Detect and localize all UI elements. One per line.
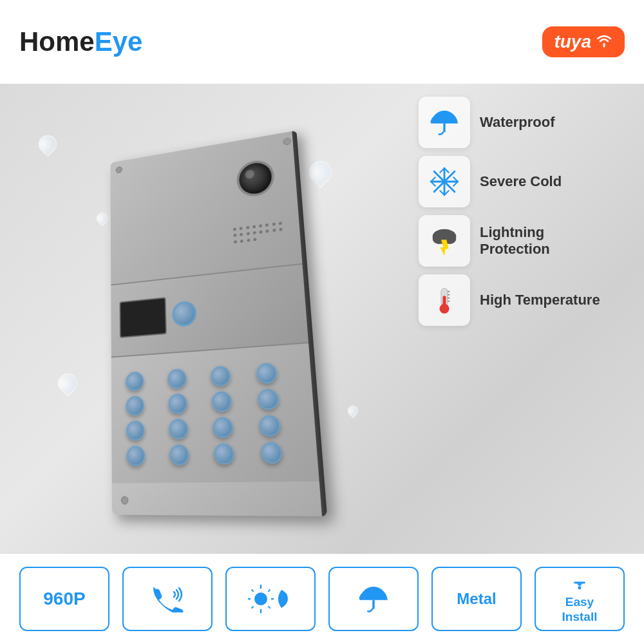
water-drop-6 [346, 404, 361, 419]
install-icon [568, 573, 591, 592]
speaker-hole [246, 226, 249, 229]
badge-960p: 960P [19, 567, 109, 631]
water-drop-2 [94, 210, 110, 226]
device-keypad-section [111, 343, 325, 484]
speaker-hole [259, 224, 262, 227]
speaker-hole [233, 227, 236, 231]
water-drop-3 [305, 156, 336, 188]
lightning-label: Lightning Protection [480, 224, 550, 258]
camera-lens-main [236, 158, 275, 198]
screw-bl [121, 496, 128, 504]
key-11 [213, 417, 233, 438]
features-panel: Waterproof [419, 97, 631, 326]
feature-lightning: Lightning Protection [419, 215, 631, 267]
phone-icon [151, 585, 184, 612]
high-temp-label: High Temperature [480, 292, 600, 308]
speaker-hole [253, 238, 256, 241]
severe-cold-label: Severe Cold [480, 173, 562, 190]
key-12 [259, 415, 281, 437]
speaker-hole [272, 229, 276, 232]
badge-metal: Metal [431, 567, 522, 631]
speaker-hole [247, 238, 250, 242]
key-2 [167, 368, 187, 389]
tuya-logo: tuya [542, 26, 625, 57]
badge-easy-install: Easy Install [535, 567, 625, 631]
main-content: Waterproof [0, 84, 644, 554]
svg-point-28 [254, 592, 267, 605]
tuya-label: tuya [554, 32, 591, 52]
umbrella-badge-icon [357, 582, 390, 616]
high-temp-icon-box [419, 274, 470, 326]
speaker-hole [278, 222, 281, 225]
svg-line-35 [269, 590, 270, 591]
key-1 [126, 371, 144, 391]
key-4 [256, 363, 277, 384]
snowflake-icon [428, 166, 460, 198]
badge-day-night [225, 567, 316, 631]
speaker-hole [246, 232, 249, 236]
waterproof-label: Waterproof [480, 114, 555, 131]
badge-960p-label: 960P [43, 588, 85, 610]
speaker-grill [233, 222, 286, 258]
severe-cold-icon-box [419, 156, 470, 207]
badge-metal-label: Metal [457, 590, 496, 609]
speaker-hole [234, 240, 237, 243]
sun-moon-icon [248, 585, 293, 614]
intercom-device [110, 131, 327, 516]
feature-waterproof: Waterproof [419, 97, 631, 148]
speaker-hole [272, 222, 275, 225]
svg-point-16 [442, 180, 447, 184]
speaker-hole [259, 231, 262, 234]
key-14 [169, 444, 189, 466]
speaker-hole [252, 231, 256, 234]
svg-rect-41 [574, 582, 585, 583]
lightning-icon [428, 225, 460, 257]
umbrella-icon [428, 106, 460, 138]
speaker-hole [252, 225, 256, 228]
brand-prefix: Home [19, 26, 95, 57]
key-16 [260, 442, 282, 464]
key-10 [169, 419, 188, 439]
key-8 [257, 388, 279, 410]
badge-call [122, 567, 213, 631]
svg-marker-42 [577, 583, 583, 586]
svg-line-33 [252, 590, 253, 591]
svg-point-27 [440, 304, 450, 314]
svg-line-34 [269, 607, 270, 608]
screw-tr [283, 137, 291, 146]
speaker-hole [266, 230, 269, 233]
feature-severe-cold: Severe Cold [419, 156, 631, 207]
speaker-hole [240, 233, 243, 236]
svg-rect-0 [443, 124, 445, 132]
screw-tl [116, 166, 122, 174]
speaker-hole [240, 240, 243, 243]
screen-small [120, 297, 167, 338]
badges-row: 960P [0, 554, 644, 644]
device-body [110, 131, 327, 516]
key-5 [126, 395, 144, 416]
svg-line-36 [252, 607, 253, 608]
key-15 [214, 443, 234, 464]
button-call [172, 300, 197, 327]
header: HomeEye tuya [0, 0, 644, 84]
device-top-section [110, 131, 307, 286]
speaker-hole [233, 234, 236, 237]
brand-highlight: Eye [95, 26, 143, 57]
badge-waterproof [328, 567, 419, 631]
key-6 [168, 393, 187, 414]
speaker-hole [265, 223, 269, 227]
speaker-hole [240, 227, 243, 230]
waterproof-icon-box [419, 97, 470, 148]
water-drop-5 [54, 370, 81, 397]
keypad [120, 354, 312, 473]
product-area [0, 84, 412, 554]
speaker-hole [279, 228, 282, 231]
badge-easy-install-label: Easy Install [562, 595, 598, 625]
brand-logo: HomeEye [19, 26, 142, 57]
svg-rect-43 [578, 587, 581, 589]
lightning-icon-box [419, 215, 470, 267]
key-7 [212, 391, 232, 412]
key-9 [126, 421, 144, 441]
key-3 [211, 366, 231, 387]
water-drop-1 [35, 131, 61, 157]
